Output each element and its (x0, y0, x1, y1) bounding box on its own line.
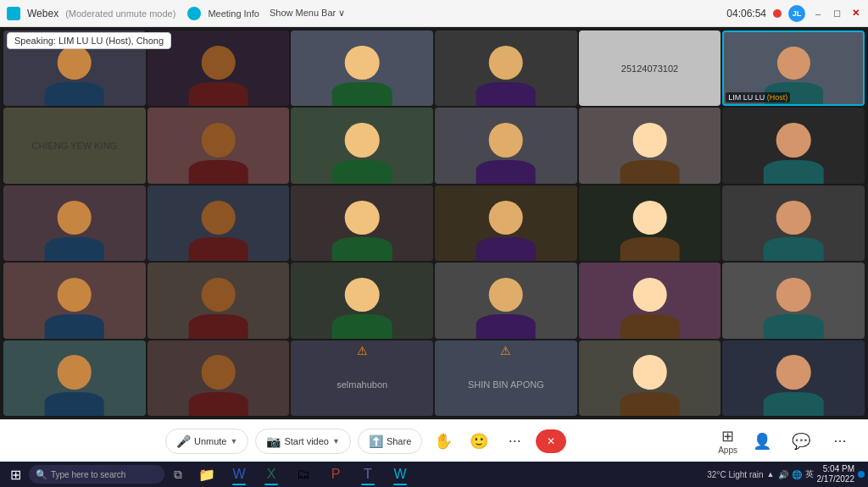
info-icon (187, 7, 201, 20)
person-head-4 (489, 46, 523, 80)
taskbar-excel[interactable]: X (256, 462, 287, 486)
person-head-18 (776, 201, 810, 235)
video-cell-4[interactable] (435, 30, 577, 106)
person-body-26 (188, 392, 248, 416)
video-area: 25124073102LIM LU LU (Host)CHIENG YEW KI… (0, 27, 868, 419)
person-head-29 (632, 355, 666, 389)
meeting-toolbar: 🎤 Unmute ▼ 📷 Start video ▼ ⬆️ Share ✋ 🙂 … (0, 419, 868, 462)
video-cell-30[interactable] (722, 340, 865, 416)
video-cell-11[interactable] (579, 108, 721, 183)
person-body-8 (188, 160, 248, 184)
person-body-30 (764, 392, 823, 416)
person-body-19 (45, 314, 104, 338)
video-cell-13[interactable] (3, 185, 146, 261)
video-cell-9[interactable] (291, 108, 433, 183)
participants-icon: 👤 (753, 432, 771, 451)
end-call-button[interactable]: ✕ (536, 429, 566, 453)
search-icon: 🔍 (36, 469, 47, 480)
close-button[interactable]: ✕ (849, 8, 861, 19)
video-cell-25[interactable] (3, 340, 146, 416)
task-view-icon: ⧉ (174, 468, 182, 482)
maximize-button[interactable]: ◻ (831, 8, 843, 19)
video-cell-24[interactable] (722, 263, 865, 338)
video-cell-22[interactable] (435, 263, 577, 338)
unmute-button[interactable]: 🎤 Unmute ▼ (165, 429, 248, 454)
video-feed-14 (147, 185, 290, 261)
emoji-button[interactable]: 🙂 (465, 427, 493, 456)
video-cell-7[interactable]: CHIENG YEW KING (3, 108, 146, 183)
person-head-25 (58, 355, 92, 389)
video-cell-19[interactable] (3, 263, 146, 338)
show-menu-bar-btn[interactable]: Show Menu Bar ∨ (270, 8, 345, 19)
video-cell-16[interactable] (435, 185, 577, 261)
video-feed-18 (722, 185, 865, 261)
start-video-label: Start video (284, 436, 329, 446)
video-cell-3[interactable] (291, 30, 433, 106)
video-cell-5[interactable]: 25124073102 (579, 30, 721, 106)
teams-underline (361, 484, 375, 485)
video-cell-18[interactable] (722, 185, 865, 261)
start-button[interactable]: ⊞ (3, 462, 27, 486)
video-cell-14[interactable] (147, 185, 290, 261)
taskbar-webex[interactable]: W (385, 462, 415, 486)
webex-logo (7, 7, 20, 20)
video-grid: 25124073102LIM LU LU (Host)CHIENG YEW KI… (0, 27, 868, 419)
word-underline (232, 484, 246, 485)
user-avatar[interactable]: JL (788, 5, 805, 22)
share-icon: ⬆️ (369, 434, 383, 448)
title-bar-left: Webex (Moderated unmute mode) Meeting In… (7, 7, 345, 20)
taskbar-explorer[interactable]: 📁 (192, 462, 222, 486)
video-cell-27[interactable]: ⚠selmahubon (291, 340, 433, 416)
minimize-button[interactable]: – (812, 8, 824, 19)
taskbar-search[interactable]: 🔍 Type here to search (29, 465, 164, 484)
apps-button[interactable]: ⊞ Apps (718, 427, 737, 455)
more-options-button[interactable]: ··· (500, 427, 529, 456)
video-cell-12[interactable] (722, 108, 865, 183)
video-cell-15[interactable] (291, 185, 433, 261)
video-feed-30 (722, 340, 865, 416)
reactions-button[interactable]: ✋ (429, 427, 458, 456)
video-feed-17 (579, 185, 721, 261)
notification-dot (858, 471, 865, 478)
participants-button[interactable]: 👤 (748, 427, 776, 456)
video-cell-17[interactable] (579, 185, 721, 261)
system-tray: 32°C Light rain ▲ 🔊 🌐 英 (707, 468, 813, 480)
participant-name-5: 25124073102 (618, 60, 682, 77)
word-icon: W (232, 467, 245, 482)
speaking-banner: Speaking: LIM LU LU (Host), Chong (7, 32, 171, 49)
video-feed-11 (579, 108, 721, 183)
toolbar-more-button[interactable]: ··· (826, 427, 854, 456)
title-bar-nav: Meeting Info Show Menu Bar ∨ (208, 8, 345, 19)
record-indicator (773, 9, 782, 18)
video-feed-10 (435, 108, 577, 183)
start-video-button[interactable]: 📷 Start video ▼ (255, 429, 351, 454)
person-head-1 (58, 46, 92, 80)
video-cell-10[interactable] (435, 108, 577, 183)
video-cell-20[interactable] (147, 263, 290, 338)
video-cell-26[interactable] (147, 340, 290, 416)
windows-icon: ⊞ (10, 467, 21, 483)
video-feed-26 (147, 340, 290, 416)
video-feed-12 (722, 108, 865, 183)
person-body-23 (620, 314, 679, 338)
video-cell-8[interactable] (147, 108, 290, 183)
video-cell-21[interactable] (291, 263, 433, 338)
meeting-info-btn[interactable]: Meeting Info (208, 8, 259, 19)
video-chevron-icon: ▼ (332, 437, 340, 445)
video-cell-28[interactable]: ⚠SHIN BIN APONG (435, 340, 577, 416)
person-body-12 (764, 160, 823, 184)
chat-button[interactable]: 💬 (787, 427, 815, 456)
video-feed-23 (579, 263, 721, 338)
taskbar-word[interactable]: W (224, 462, 254, 486)
taskbar-teams[interactable]: T (353, 462, 383, 486)
taskbar-publisher[interactable]: P (320, 462, 351, 486)
system-clock[interactable]: 5:04 PM 2/17/2022 (817, 464, 855, 484)
video-cell-23[interactable] (579, 263, 721, 338)
task-view-button[interactable]: ⧉ (166, 462, 190, 486)
taskbar-right: 32°C Light rain ▲ 🔊 🌐 英 5:04 PM 2/17/202… (707, 464, 865, 484)
share-button[interactable]: ⬆️ Share (358, 429, 422, 454)
video-cell-29[interactable] (579, 340, 721, 416)
video-cell-6[interactable]: LIM LU LU (Host) (722, 30, 865, 106)
person-body-1 (45, 82, 104, 106)
taskbar-files[interactable]: 🗂 (288, 462, 319, 486)
